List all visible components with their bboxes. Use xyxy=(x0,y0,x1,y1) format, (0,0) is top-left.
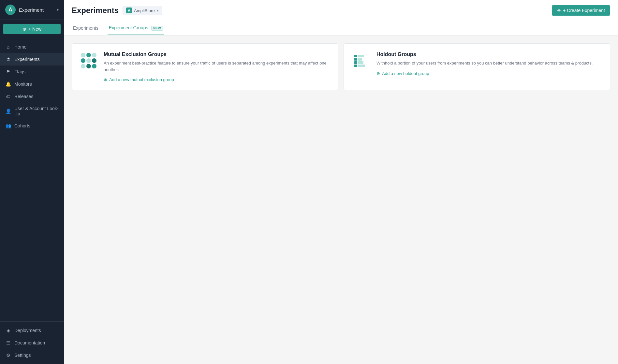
tab-experiment-groups-label: Experiment Groups xyxy=(109,25,148,30)
sidebar: A Experiment ▾ ⊕ + New ⌂ Home ⚗ Experime… xyxy=(0,0,64,364)
svg-rect-7 xyxy=(358,65,365,67)
tab-experiments[interactable]: Experiments xyxy=(72,22,100,35)
sidebar-item-label: User & Account Look-Up xyxy=(14,106,59,116)
mutual-exclusion-body: Mutual Exclusion Groups An experiment be… xyxy=(104,51,330,82)
svg-rect-6 xyxy=(354,65,357,67)
holdout-body: Holdout Groups Withhold a portion of you… xyxy=(376,51,593,76)
chevron-down-icon: ▾ xyxy=(57,7,59,12)
workspace-name: AmpliStore xyxy=(134,8,155,13)
sidebar-item-label: Monitors xyxy=(14,81,32,87)
mutual-exclusion-title: Mutual Exclusion Groups xyxy=(104,51,330,57)
main-content: Mutual Exclusion Groups An experiment be… xyxy=(64,36,618,364)
plus-circle-icon: ⊕ xyxy=(376,71,380,76)
sidebar-item-label: Experiments xyxy=(14,57,40,62)
create-experiment-button[interactable]: ⊕ + Create Experiment xyxy=(552,5,610,16)
tabs-bar: Experiments Experiment Groups NEW xyxy=(64,21,618,36)
holdout-desc: Withhold a portion of your users from ex… xyxy=(376,60,593,66)
gear-icon: ⚙ xyxy=(5,352,11,358)
svg-rect-4 xyxy=(354,61,357,64)
sidebar-item-cohorts[interactable]: 👥 Cohorts xyxy=(0,120,64,132)
mutual-exclusion-icon xyxy=(80,51,97,70)
sidebar-bottom: ◈ Deployments ☰ Documentation ⚙ Settings xyxy=(0,321,64,364)
sidebar-item-label: Cohorts xyxy=(14,123,30,128)
app-name: Experiment xyxy=(19,7,44,13)
plus-icon: ⊕ xyxy=(22,26,26,32)
user-search-icon: 👤 xyxy=(5,108,11,114)
sidebar-item-label: Flags xyxy=(14,69,25,74)
create-button-label: + Create Experiment xyxy=(563,8,605,13)
sidebar-item-label: Deployments xyxy=(14,328,41,333)
sidebar-item-user-account[interactable]: 👤 User & Account Look-Up xyxy=(0,103,64,120)
title-row: Experiments A AmpliStore ▾ xyxy=(72,6,162,15)
deploy-icon: ◈ xyxy=(5,328,11,333)
workspace-chevron-icon: ▾ xyxy=(157,8,159,13)
plus-icon: ⊕ xyxy=(557,8,561,13)
sidebar-item-monitors[interactable]: 🔔 Monitors xyxy=(0,78,64,90)
sidebar-item-label: Home xyxy=(14,44,26,50)
new-button[interactable]: ⊕ + New xyxy=(3,24,61,34)
cards-row: Mutual Exclusion Groups An experiment be… xyxy=(72,43,610,90)
sidebar-item-settings[interactable]: ⚙ Settings xyxy=(0,349,64,361)
sidebar-item-flags[interactable]: ⚑ Flags xyxy=(0,66,64,78)
sidebar-item-releases[interactable]: 🏷 Releases xyxy=(0,90,64,103)
holdout-title: Holdout Groups xyxy=(376,51,593,57)
svg-rect-3 xyxy=(358,58,362,61)
svg-rect-1 xyxy=(358,55,364,57)
sidebar-item-label: Releases xyxy=(14,94,33,99)
tab-experiments-label: Experiments xyxy=(73,25,98,31)
svg-rect-5 xyxy=(358,61,363,64)
new-button-label: + New xyxy=(28,26,41,32)
sidebar-nav: ⌂ Home ⚗ Experiments ⚑ Flags 🔔 Monitors … xyxy=(0,38,64,321)
add-mutual-exclusion-link[interactable]: ⊕ Add a new mutual exclusion group xyxy=(104,77,330,82)
mutual-exclusion-desc: An experiment best-practice feature to e… xyxy=(104,60,330,73)
users-icon: 👥 xyxy=(5,123,11,129)
svg-rect-0 xyxy=(354,55,357,57)
sidebar-item-label: Settings xyxy=(14,353,31,358)
tag-icon: 🏷 xyxy=(5,94,11,99)
sidebar-item-deployments[interactable]: ◈ Deployments xyxy=(0,324,64,337)
holdout-link-label: Add a new holdout group xyxy=(382,71,429,76)
bell-icon: 🔔 xyxy=(5,81,11,87)
workspace-selector[interactable]: A AmpliStore ▾ xyxy=(123,6,162,15)
holdout-icon xyxy=(352,51,370,70)
sidebar-item-experiments[interactable]: ⚗ Experiments xyxy=(0,53,64,66)
doc-icon: ☰ xyxy=(5,340,11,346)
mutual-exclusion-card: Mutual Exclusion Groups An experiment be… xyxy=(72,43,338,90)
home-icon: ⌂ xyxy=(5,44,11,50)
plus-circle-icon: ⊕ xyxy=(104,77,107,82)
page-title: Experiments xyxy=(72,6,119,15)
beaker-icon: ⚗ xyxy=(5,56,11,62)
main-header: Experiments A AmpliStore ▾ ⊕ + Create Ex… xyxy=(64,0,618,21)
add-holdout-link[interactable]: ⊕ Add a new holdout group xyxy=(376,71,593,76)
main-panel: Experiments A AmpliStore ▾ ⊕ + Create Ex… xyxy=(64,0,618,364)
svg-rect-2 xyxy=(354,58,357,61)
workspace-icon: A xyxy=(126,7,132,13)
sidebar-item-label: Documentation xyxy=(14,340,45,345)
sidebar-header[interactable]: A Experiment ▾ xyxy=(0,0,64,20)
tab-experiment-groups[interactable]: Experiment Groups NEW xyxy=(108,21,164,35)
holdout-card: Holdout Groups Withhold a portion of you… xyxy=(344,43,610,90)
app-logo: A xyxy=(5,5,16,15)
mutual-exclusion-link-label: Add a new mutual exclusion group xyxy=(109,77,174,82)
flag-icon: ⚑ xyxy=(5,69,11,75)
new-badge: NEW xyxy=(151,26,163,31)
sidebar-item-documentation[interactable]: ☰ Documentation xyxy=(0,337,64,349)
sidebar-item-home[interactable]: ⌂ Home xyxy=(0,41,64,53)
